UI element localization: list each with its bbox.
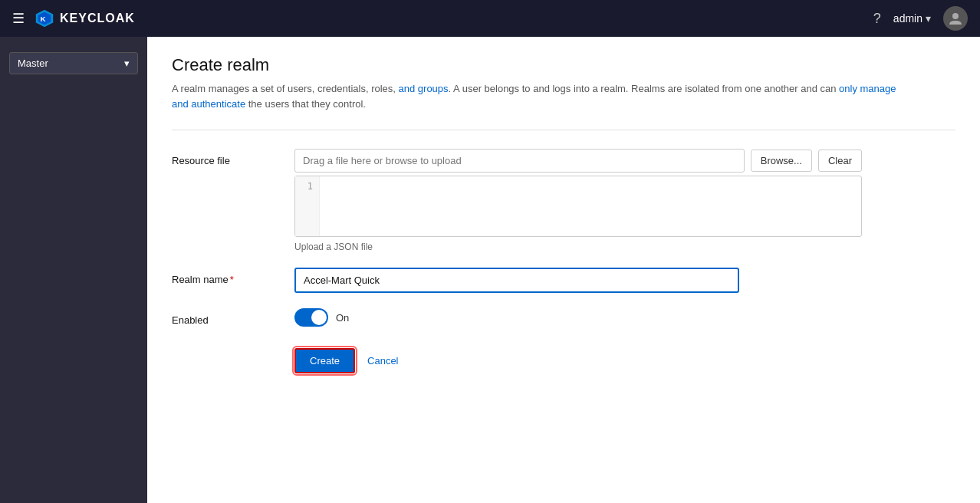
- realm-name-control: [294, 268, 862, 293]
- file-upload-input[interactable]: [294, 149, 745, 173]
- chevron-down-icon: ▾: [926, 12, 931, 25]
- enabled-toggle[interactable]: [294, 308, 328, 327]
- code-content[interactable]: [320, 176, 861, 236]
- page-description: A realm manages a set of users, credenti…: [172, 81, 900, 111]
- clear-button[interactable]: Clear: [818, 150, 862, 172]
- upload-hint: Upload a JSON file: [294, 242, 862, 252]
- svg-point-3: [952, 13, 959, 19]
- page-title: Create realm: [172, 55, 955, 75]
- resource-file-label: Resource file: [172, 149, 294, 166]
- user-avatar-icon: [948, 11, 963, 26]
- button-row-spacer: [172, 342, 294, 348]
- main-layout: Master ▾ Create realm A realm manages a …: [0, 37, 980, 503]
- desc-link-manage[interactable]: only manage and authenticate: [172, 83, 896, 110]
- enabled-row: Enabled On: [172, 308, 862, 327]
- enabled-control: On: [294, 308, 862, 327]
- resource-file-control: Browse... Clear 1 Upload a JSON file: [294, 149, 862, 252]
- navbar: ☰ K KEYCLOAK ? admin ▾: [0, 0, 980, 37]
- toggle-track: [294, 308, 328, 327]
- admin-label: admin: [893, 12, 922, 25]
- toggle-state-label: On: [336, 312, 349, 324]
- create-realm-form: Resource file Browse... Clear 1 Upload: [172, 149, 862, 373]
- required-indicator: *: [230, 274, 234, 285]
- resource-file-row: Resource file Browse... Clear 1 Upload: [172, 149, 862, 252]
- avatar[interactable]: [943, 6, 968, 31]
- line-numbers: 1: [295, 176, 320, 236]
- cancel-button[interactable]: Cancel: [364, 350, 401, 372]
- action-buttons: Create Cancel: [294, 348, 862, 373]
- desc-link-groups[interactable]: and groups: [399, 83, 449, 94]
- button-row: Create Cancel: [172, 342, 862, 373]
- realm-selector[interactable]: Master ▾: [9, 52, 138, 74]
- enabled-label: Enabled: [172, 308, 294, 326]
- svg-text:K: K: [40, 15, 45, 23]
- realm-name-input[interactable]: [294, 268, 739, 293]
- realm-name-row: Realm name*: [172, 268, 862, 293]
- admin-dropdown[interactable]: admin ▾: [893, 12, 931, 25]
- upload-area: Browse... Clear: [294, 149, 862, 173]
- sidebar: Master ▾: [0, 37, 147, 503]
- toggle-row: On: [294, 308, 862, 327]
- button-controls: Create Cancel: [294, 342, 862, 373]
- realm-selector-value: Master: [18, 58, 48, 69]
- hamburger-icon[interactable]: ☰: [12, 10, 25, 27]
- content-area: Create realm A realm manages a set of us…: [147, 37, 980, 503]
- logo-text: KEYCLOAK: [60, 12, 135, 25]
- keycloak-logo-icon: K: [34, 8, 55, 29]
- code-editor: 1: [294, 176, 862, 237]
- navbar-right: ? admin ▾: [873, 6, 968, 31]
- section-divider: [172, 130, 955, 130]
- realm-selector-chevron: ▾: [124, 58, 130, 69]
- browse-button[interactable]: Browse...: [751, 150, 812, 172]
- logo: K KEYCLOAK: [34, 8, 135, 29]
- navbar-left: ☰ K KEYCLOAK: [12, 8, 135, 29]
- create-button[interactable]: Create: [294, 348, 355, 373]
- realm-name-label: Realm name*: [172, 268, 294, 285]
- help-icon[interactable]: ?: [873, 11, 881, 27]
- toggle-thumb: [311, 310, 327, 325]
